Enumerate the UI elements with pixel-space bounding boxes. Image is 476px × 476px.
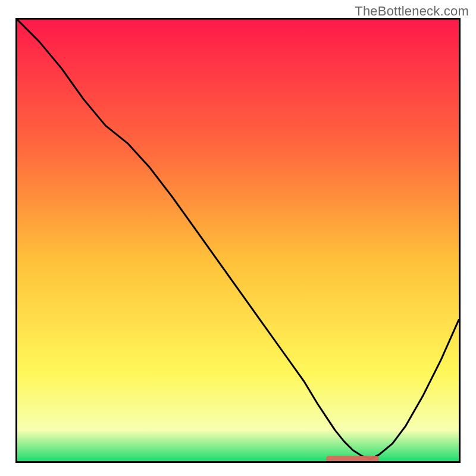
plot-area (15, 18, 461, 463)
curve-path (17, 20, 459, 459)
chart-frame: TheBottleneck.com (0, 0, 476, 476)
trough-highlight (326, 456, 379, 462)
bottleneck-curve (17, 20, 459, 461)
attribution-text: TheBottleneck.com (355, 4, 469, 19)
